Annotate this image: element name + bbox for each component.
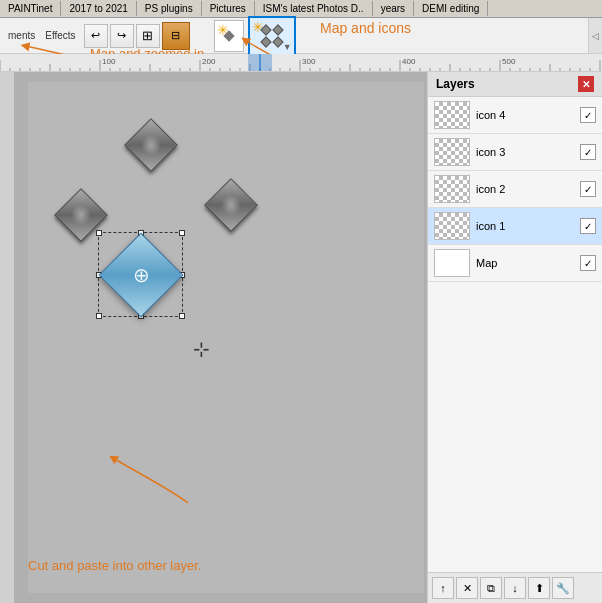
layer-visible-icon2[interactable]: ✓: [580, 181, 596, 197]
handle-br[interactable]: [179, 313, 185, 319]
bottom-annotation-arrow: [108, 453, 228, 513]
resize-icon: ◁: [592, 31, 599, 41]
layer-thumb-icon2: [434, 175, 470, 203]
layer-settings-button[interactable]: 🔧: [552, 577, 574, 599]
handle-tr[interactable]: [179, 230, 185, 236]
layer-name-icon3: icon 3: [476, 146, 574, 158]
crosshair-icon: ⊕: [132, 263, 149, 287]
ruler: [0, 54, 602, 72]
layer-visible-icon4[interactable]: ✓: [580, 107, 596, 123]
layers-spacer: [428, 282, 602, 572]
canvas-background: ⊕ ⊹ Cut and paste into other layer.: [28, 82, 424, 593]
layer-name-map: Map: [476, 257, 574, 269]
layer-visible-icon3[interactable]: ✓: [580, 144, 596, 160]
layer-item-icon3[interactable]: icon 3 ✓: [428, 134, 602, 171]
layer-move-up-button[interactable]: ↑: [432, 577, 454, 599]
canvas-area[interactable]: ⊕ ⊹ Cut and paste into other layer.: [14, 72, 602, 603]
handle-bl[interactable]: [96, 313, 102, 319]
handle-tl[interactable]: [96, 230, 102, 236]
map-icons-annotation: Map and icons: [320, 20, 411, 36]
layer-thumb-map: [434, 249, 470, 277]
layer-thumb-icon4: [434, 101, 470, 129]
layer-item-icon4[interactable]: icon 4 ✓: [428, 97, 602, 134]
tab-pictures[interactable]: Pictures: [202, 1, 255, 16]
layers-panel: Layers ✕ icon 4 ✓ icon 3 ✓ icon 2 ✓: [427, 72, 602, 603]
tab-ps-plugins[interactable]: PS plugins: [137, 1, 202, 16]
move-tool-icon: ⊹: [193, 337, 210, 361]
layer-name-icon1: icon 1: [476, 220, 574, 232]
layer-item-icon2[interactable]: icon 2 ✓: [428, 171, 602, 208]
browser-tabs[interactable]: PAINTinet 2017 to 2021 PS plugins Pictur…: [0, 0, 602, 18]
toolbar-resize-handle[interactable]: ◁: [588, 18, 602, 53]
layers-title: Layers: [436, 77, 475, 91]
grid-button[interactable]: ⊞: [136, 24, 160, 48]
thumbnail-small-1[interactable]: ✳: [214, 20, 244, 52]
icon4-canvas[interactable]: [128, 122, 173, 167]
icon1-canvas-selected[interactable]: ⊕: [103, 237, 178, 312]
tab-ism[interactable]: ISM's latest Photos D..: [255, 1, 373, 16]
tab-paintinet[interactable]: PAINTinet: [0, 1, 61, 16]
tab-2017[interactable]: 2017 to 2021: [61, 1, 136, 16]
redo-button[interactable]: ↪: [110, 24, 134, 48]
thumbnail-main[interactable]: ✳ ▼: [248, 16, 296, 56]
undo-button[interactable]: ↩: [84, 24, 108, 48]
toolbar: ments Effects ↩ ↪ ⊞ ⊟ ✳ ✳ ▼: [0, 18, 602, 54]
layer-duplicate-button[interactable]: ⧉: [480, 577, 502, 599]
icon2-canvas[interactable]: [208, 182, 253, 227]
layer-delete-button[interactable]: ✕: [456, 577, 478, 599]
tab-demi[interactable]: DEMI editing: [414, 1, 488, 16]
layer-visible-map[interactable]: ✓: [580, 255, 596, 271]
layer-thumb-icon3: [434, 138, 470, 166]
layers-header: Layers ✕: [428, 72, 602, 97]
toolbar-history: ↩ ↪ ⊞ ⊟: [84, 22, 190, 50]
thumb-dropdown-icon[interactable]: ▼: [283, 42, 292, 52]
annotation-map-icons-text: Map and icons: [320, 20, 411, 36]
layer-name-icon4: icon 4: [476, 109, 574, 121]
layer-name-icon2: icon 2: [476, 183, 574, 195]
layers-toolbar: ↑ ✕ ⧉ ↓ ⬆ 🔧: [428, 572, 602, 603]
layer-move-down-button[interactable]: ↓: [504, 577, 526, 599]
tab-years[interactable]: years: [373, 1, 414, 16]
layer-thumb-icon1: [434, 212, 470, 240]
active-tool-button[interactable]: ⊟: [162, 22, 190, 50]
toolbar-left: ments Effects: [4, 30, 80, 41]
left-sidebar: [0, 72, 14, 603]
layer-item-icon1[interactable]: icon 1 ✓: [428, 208, 602, 245]
thumbnail-strip: ✳ ✳ ▼: [214, 16, 296, 56]
layer-item-map[interactable]: Map ✓: [428, 245, 602, 282]
toolbar-ments-label: ments: [4, 30, 39, 41]
layer-visible-icon1[interactable]: ✓: [580, 218, 596, 234]
toolbar-effects-label: Effects: [41, 30, 79, 41]
layers-close-button[interactable]: ✕: [578, 76, 594, 92]
layer-export-button[interactable]: ⬆: [528, 577, 550, 599]
cut-paste-annotation: Cut and paste into other layer.: [28, 558, 201, 573]
